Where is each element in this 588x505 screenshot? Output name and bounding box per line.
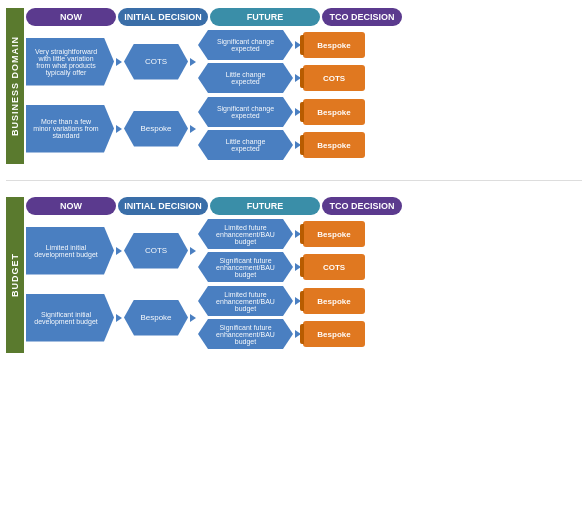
tco-box-b-2a: Bespoke	[303, 288, 365, 314]
header-tco-1: TCO DECISION	[322, 8, 402, 26]
future-box-b-1a: Limited future enhancement/BAU budget	[198, 219, 293, 249]
initial-box-bd-2: Bespoke	[124, 111, 188, 147]
column-headers-business: NOW INITIAL DECISION FUTURE TCO DECISION	[24, 8, 582, 26]
initial-box-b-1: COTS	[124, 233, 188, 269]
column-headers-budget: NOW INITIAL DECISION FUTURE TCO DECISION	[24, 197, 582, 215]
arrow-b-1a	[116, 247, 122, 255]
future-box-bd-1b: Little change expected	[198, 63, 293, 93]
branch-row-bd-1b: Little change expected COTS	[198, 63, 365, 93]
future-box-b-2a: Limited future enhancement/BAU budget	[198, 286, 293, 316]
branch-row-b-1a: Limited future enhancement/BAU budget Be…	[198, 219, 365, 249]
header-now-2: NOW	[26, 197, 116, 215]
now-box-bd-2: More than a few minor variations from st…	[26, 105, 114, 153]
initial-box-b-2: Bespoke	[124, 300, 188, 336]
section-budget: BUDGET NOW INITIAL DECISION FUTURE TCO D…	[6, 197, 582, 353]
header-future-2: FUTURE	[210, 197, 320, 215]
branch-bd-2: Significant change expected Bespoke Litt…	[198, 97, 365, 160]
tco-box-bd-1b: COTS	[303, 65, 365, 91]
header-future-1: FUTURE	[210, 8, 320, 26]
arrow-bd-1a	[116, 58, 122, 66]
future-box-b-1b: Significant future enhancement/BAU budge…	[198, 252, 293, 282]
initial-box-bd-1: COTS	[124, 44, 188, 80]
header-tco-2: TCO DECISION	[322, 197, 402, 215]
domain-label-business: BUSINESS DOMAIN	[6, 8, 24, 164]
branch-row-b-1b: Significant future enhancement/BAU budge…	[198, 252, 365, 282]
branch-b-2: Limited future enhancement/BAU budget Be…	[198, 286, 365, 349]
branch-row-bd-2b: Little change expected Bespoke	[198, 130, 365, 160]
section-business-domain: BUSINESS DOMAIN NOW INITIAL DECISION FUT…	[6, 8, 582, 164]
section-divider	[6, 180, 582, 181]
tco-box-b-1b: COTS	[303, 254, 365, 280]
diagram-container: BUSINESS DOMAIN NOW INITIAL DECISION FUT…	[0, 0, 588, 361]
header-now-1: NOW	[26, 8, 116, 26]
branch-row-b-2a: Limited future enhancement/BAU budget Be…	[198, 286, 365, 316]
future-box-bd-1a: Significant change expected	[198, 30, 293, 60]
branch-b-1: Limited future enhancement/BAU budget Be…	[198, 219, 365, 282]
tco-box-bd-1a: Bespoke	[303, 32, 365, 58]
future-box-bd-2b: Little change expected	[198, 130, 293, 160]
flow-row-bd-1: Very straightforward with little variati…	[24, 30, 582, 93]
arrow-bd-2a	[116, 125, 122, 133]
arrow-b-1b	[190, 247, 196, 255]
arrow-bd-1b	[190, 58, 196, 66]
tco-box-b-2b: Bespoke	[303, 321, 365, 347]
tco-box-b-1a: Bespoke	[303, 221, 365, 247]
branch-row-b-2b: Significant future enhancement/BAU budge…	[198, 319, 365, 349]
now-box-bd-1: Very straightforward with little variati…	[26, 38, 114, 86]
now-box-b-1: Limited initial development budget	[26, 227, 114, 275]
branch-row-bd-1a: Significant change expected Bespoke	[198, 30, 365, 60]
tco-box-bd-2a: Bespoke	[303, 99, 365, 125]
header-initial-2: INITIAL DECISION	[118, 197, 208, 215]
flow-row-bd-2: More than a few minor variations from st…	[24, 97, 582, 160]
future-box-b-2b: Significant future enhancement/BAU budge…	[198, 319, 293, 349]
flow-row-b-2: Significant initial development budget B…	[24, 286, 582, 349]
arrow-b-2a	[116, 314, 122, 322]
arrow-b-2b	[190, 314, 196, 322]
header-initial-1: INITIAL DECISION	[118, 8, 208, 26]
arrow-bd-2b	[190, 125, 196, 133]
future-box-bd-2a: Significant change expected	[198, 97, 293, 127]
branch-bd-1: Significant change expected Bespoke Litt…	[198, 30, 365, 93]
now-box-b-2: Significant initial development budget	[26, 294, 114, 342]
flow-row-b-1: Limited initial development budget COTS …	[24, 219, 582, 282]
tco-box-bd-2b: Bespoke	[303, 132, 365, 158]
branch-row-bd-2a: Significant change expected Bespoke	[198, 97, 365, 127]
domain-label-budget: BUDGET	[6, 197, 24, 353]
